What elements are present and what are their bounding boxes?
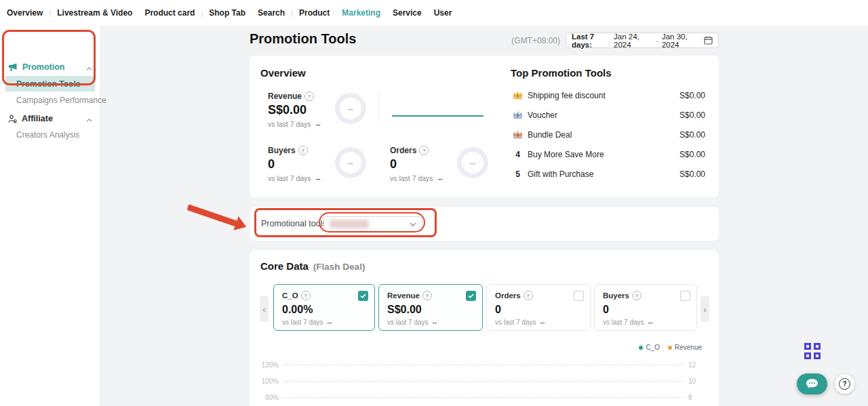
top-tool-label: Bundle Deal bbox=[528, 130, 572, 140]
page-title: Promotion Tools bbox=[250, 31, 356, 47]
sidebar-item-campaigns-performance[interactable]: Campaigns Performance bbox=[16, 96, 106, 105]
nav-item-user[interactable]: User bbox=[428, 8, 458, 18]
nav-item-overview[interactable]: Overview bbox=[1, 8, 49, 18]
nav-item-marketing[interactable]: Marketing bbox=[336, 8, 387, 18]
orders-donut-chart: -- bbox=[457, 147, 488, 178]
buyers-donut-chart: -- bbox=[335, 147, 366, 178]
grid-square bbox=[804, 343, 811, 350]
compare-value: -- bbox=[433, 319, 437, 326]
core-metric-value: 0 bbox=[603, 304, 688, 316]
help-icon[interactable]: ? bbox=[298, 146, 308, 155]
nav-item-product-card[interactable]: Product card bbox=[138, 8, 201, 18]
help-icon[interactable]: ? bbox=[524, 291, 533, 300]
y-axis-tick-left: 120% bbox=[250, 361, 279, 369]
compare-value: -- bbox=[648, 319, 653, 326]
donut-placeholder: -- bbox=[470, 159, 475, 167]
core-metric-value: 0 bbox=[495, 304, 582, 316]
megaphone-icon bbox=[8, 63, 18, 72]
donut-placeholder: -- bbox=[348, 159, 353, 167]
top-tool-value: S$0.00 bbox=[679, 91, 705, 100]
nav-item-product[interactable]: Product bbox=[293, 8, 336, 18]
promotional-tools-filter-card: Promotional tools bbox=[250, 207, 719, 241]
rank-number: 3 bbox=[512, 134, 524, 138]
checkbox-checked[interactable] bbox=[358, 291, 368, 301]
chart-gridline bbox=[283, 397, 684, 398]
overview-card: Overview Revenue ? S$0.00 vs last 7 days… bbox=[250, 56, 719, 197]
core-metric-value: 0.00% bbox=[282, 304, 366, 316]
compare-label: vs last 7 days bbox=[387, 319, 429, 326]
date-start: Jan 24, 2024 bbox=[614, 33, 652, 49]
legend-label: C_O bbox=[646, 344, 660, 351]
top-tool-row: 1 Shipping fee discount S$0.00 bbox=[512, 89, 705, 102]
sidebar-item-creators-analysis[interactable]: Creators Analysis bbox=[16, 130, 79, 140]
top-tool-label: Voucher bbox=[528, 110, 557, 120]
timezone-label: (GMT+08:00) bbox=[483, 36, 560, 45]
date-range-picker[interactable]: Last 7 days: Jan 24, 2024 - Jan 30, 2024 bbox=[566, 33, 719, 48]
rank-number: 4 bbox=[512, 150, 524, 159]
core-metric-card-co[interactable]: C_O ? 0.00% vs last 7 days -- bbox=[273, 284, 375, 331]
top-tool-row: 5 Gift with Purchase S$0.00 bbox=[512, 167, 705, 181]
carousel-left-button[interactable]: ‹ bbox=[260, 296, 269, 322]
compare-value: -- bbox=[316, 120, 321, 128]
checkbox-unchecked[interactable] bbox=[680, 291, 690, 301]
top-tool-row: 4 Buy More Save More S$0.00 bbox=[512, 148, 705, 161]
nav-item-search[interactable]: Search bbox=[252, 8, 291, 18]
donut-placeholder: -- bbox=[348, 104, 353, 113]
chevron-up-icon bbox=[86, 113, 92, 125]
sidebar-item-promotion-tools[interactable]: Promotion Tools bbox=[5, 76, 95, 92]
legend-item-co[interactable]: C_O bbox=[639, 344, 660, 351]
core-metric-label: Revenue bbox=[387, 291, 420, 300]
core-metric-card-buyers[interactable]: Buyers ? 0 vs last 7 days -- bbox=[594, 284, 697, 331]
core-metric-card-revenue[interactable]: Revenue ? S$0.00 vs last 7 days -- bbox=[378, 284, 483, 331]
chevron-down-icon bbox=[410, 222, 416, 226]
sidebar-section-label: Affiliate bbox=[22, 114, 53, 123]
compare-value: -- bbox=[328, 319, 332, 326]
core-data-subtitle: (Flash Deal) bbox=[313, 262, 366, 272]
help-icon[interactable]: ? bbox=[419, 146, 429, 155]
core-metric-card-orders[interactable]: Orders ? 0 vs last 7 days -- bbox=[486, 284, 591, 331]
rank-number: 1 bbox=[512, 94, 524, 98]
app-window: Overview | Livestream & Video Product ca… bbox=[0, 0, 868, 406]
top-tool-label: Buy More Save More bbox=[528, 150, 604, 159]
chart-gridline bbox=[283, 381, 684, 382]
checkbox-unchecked[interactable] bbox=[574, 291, 584, 301]
sidebar-section-promotion[interactable]: Promotion bbox=[8, 61, 92, 73]
filter-label: Promotional tools bbox=[261, 207, 327, 241]
metric-buyers: Buyers ? 0 vs last 7 days -- bbox=[268, 146, 321, 182]
bronze-crown-icon: 3 bbox=[512, 129, 524, 140]
checkbox-checked[interactable] bbox=[466, 291, 476, 301]
top-tools-title: Top Promotion Tools bbox=[511, 67, 612, 79]
core-data-title: Core Data bbox=[260, 260, 309, 272]
sidebar: Promotion Promotion Tools Campaigns Perf… bbox=[0, 26, 100, 406]
chat-bubble-icon bbox=[805, 378, 819, 390]
compare-label: vs last 7 days bbox=[390, 174, 433, 182]
carousel-right-button[interactable]: › bbox=[701, 296, 709, 322]
help-icon[interactable]: ? bbox=[301, 291, 311, 300]
nav-item-livestream-video[interactable]: Livestream & Video bbox=[51, 8, 138, 18]
core-metric-label: Buyers bbox=[603, 291, 629, 300]
core-metric-label: C_O bbox=[282, 291, 298, 300]
help-icon[interactable]: ? bbox=[422, 291, 432, 300]
sidebar-section-affiliate[interactable]: Affiliate bbox=[8, 113, 92, 125]
legend-item-revenue[interactable]: Revenue bbox=[668, 344, 702, 351]
metric-label: Buyers bbox=[268, 146, 296, 155]
nav-item-service[interactable]: Service bbox=[387, 8, 428, 18]
metric-value: 0 bbox=[268, 157, 321, 171]
help-icon[interactable]: ? bbox=[304, 92, 314, 101]
y-axis-tick-left: 80% bbox=[250, 394, 279, 401]
compare-label: vs last 7 days bbox=[268, 174, 311, 182]
y-axis-tick-left: 100% bbox=[250, 378, 279, 385]
legend-dot-teal bbox=[639, 346, 643, 350]
metric-revenue: Revenue ? S$0.00 vs last 7 days -- bbox=[268, 92, 321, 128]
compare-value: -- bbox=[316, 174, 321, 182]
grid-apps-icon[interactable] bbox=[804, 343, 821, 359]
chat-support-button[interactable] bbox=[797, 373, 827, 394]
nav-item-shop-tab[interactable]: Shop Tab bbox=[203, 8, 252, 18]
overview-title: Overview bbox=[260, 67, 306, 79]
promotional-tools-dropdown[interactable] bbox=[323, 216, 422, 232]
metric-label: Revenue bbox=[268, 92, 302, 101]
help-button[interactable]: ? bbox=[835, 374, 854, 394]
help-icon[interactable]: ? bbox=[632, 291, 642, 300]
date-end: Jan 30, 2024 bbox=[662, 33, 701, 49]
top-tool-value: S$0.00 bbox=[679, 169, 705, 179]
